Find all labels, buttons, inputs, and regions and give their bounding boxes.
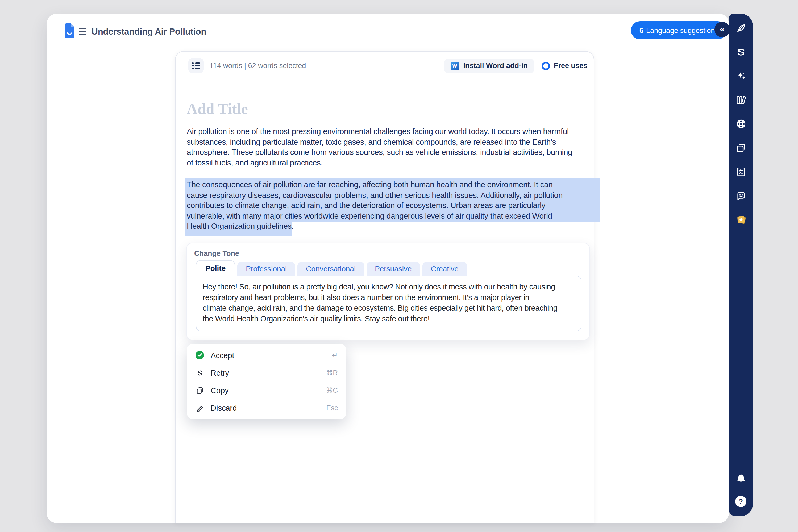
retry-menu-item[interactable]: Retry ⌘R bbox=[187, 364, 346, 381]
suggestions-label: Language suggestions bbox=[646, 26, 719, 34]
install-word-addin-button[interactable]: W Install Word add-in bbox=[444, 58, 534, 73]
retry-label: Retry bbox=[211, 368, 229, 377]
tab-conversational[interactable]: Conversational bbox=[298, 262, 364, 276]
tab-polite[interactable]: Polite bbox=[196, 260, 235, 276]
copy-label: Copy bbox=[211, 386, 229, 395]
accept-check-icon bbox=[195, 350, 204, 360]
free-uses-ring-icon bbox=[542, 61, 550, 70]
document-title-placeholder[interactable]: Add Title bbox=[187, 100, 248, 118]
tab-persuasive[interactable]: Persuasive bbox=[366, 262, 420, 276]
discard-shortcut: Esc bbox=[326, 404, 338, 412]
free-uses-label: Free uses bbox=[554, 62, 587, 70]
app-root: Understanding Air Pollution 6 Language s… bbox=[0, 0, 798, 532]
tone-context-menu: Accept ↵ Retry ⌘R Copy bbox=[187, 344, 346, 419]
tab-creative[interactable]: Creative bbox=[422, 262, 467, 276]
retry-shortcut: ⌘R bbox=[326, 369, 338, 377]
accept-menu-item[interactable]: Accept ↵ bbox=[187, 346, 346, 364]
tab-professional[interactable]: Professional bbox=[237, 262, 295, 276]
copy-menu-item[interactable]: Copy ⌘C bbox=[187, 381, 346, 399]
pages-icon[interactable] bbox=[735, 142, 747, 154]
change-tone-title: Change Tone bbox=[194, 249, 239, 258]
paragraph-2-selected[interactable]: The consequences of air pollution are fa… bbox=[187, 180, 594, 232]
translate-globe-icon[interactable] bbox=[735, 118, 747, 130]
discard-menu-item[interactable]: Discard Esc bbox=[187, 399, 346, 417]
document-smile-icon bbox=[65, 23, 75, 38]
install-word-addin-label: Install Word add-in bbox=[463, 62, 528, 70]
page-title: Understanding Air Pollution bbox=[92, 26, 206, 37]
sparkles-icon[interactable] bbox=[735, 70, 747, 82]
right-sidebar: ? bbox=[729, 14, 753, 516]
tone-result-text: Hey there! So, air pollution is a pretty… bbox=[203, 281, 574, 324]
tone-result-box[interactable]: Hey there! So, air pollution is a pretty… bbox=[196, 276, 582, 331]
paragraph-1[interactable]: Air pollution is one of the most pressin… bbox=[187, 127, 594, 168]
collapse-sidebar-button[interactable]: « bbox=[715, 22, 730, 37]
discard-pencil-icon bbox=[195, 403, 204, 412]
premium-star-icon[interactable] bbox=[735, 214, 747, 226]
paraphrase-icon[interactable] bbox=[735, 46, 747, 58]
sheet-toolbar: 114 words | 62 words selected W Install … bbox=[175, 52, 594, 80]
feedback-chat-icon[interactable] bbox=[735, 190, 747, 202]
hamburger-menu-icon[interactable] bbox=[79, 28, 86, 35]
suggestions-count: 6 bbox=[640, 26, 643, 34]
sidebar-icon-column bbox=[729, 14, 753, 226]
copy-icon bbox=[195, 386, 204, 395]
tone-tabs: Polite Professional Conversational Persu… bbox=[196, 260, 467, 276]
change-tone-panel: Change Tone Polite Professional Conversa… bbox=[186, 243, 590, 341]
accept-label: Accept bbox=[211, 351, 234, 359]
bell-icon[interactable] bbox=[735, 472, 747, 484]
paragraph-2-text: The consequences of air pollution are fa… bbox=[187, 180, 594, 232]
copy-shortcut: ⌘C bbox=[326, 386, 338, 394]
language-suggestions-button[interactable]: 6 Language suggestions bbox=[631, 21, 727, 39]
checklist-icon[interactable] bbox=[735, 166, 747, 178]
library-books-icon[interactable] bbox=[735, 94, 747, 106]
discard-label: Discard bbox=[211, 403, 237, 412]
accept-shortcut: ↵ bbox=[332, 351, 338, 359]
word-count: 114 words | 62 words selected bbox=[210, 62, 306, 70]
list-outline-icon[interactable] bbox=[188, 58, 204, 73]
retry-icon bbox=[195, 368, 204, 377]
free-uses-button[interactable]: Free uses bbox=[542, 61, 587, 70]
quill-pen-icon[interactable] bbox=[735, 22, 747, 34]
help-icon[interactable]: ? bbox=[735, 496, 746, 507]
word-logo-icon: W bbox=[450, 61, 459, 70]
